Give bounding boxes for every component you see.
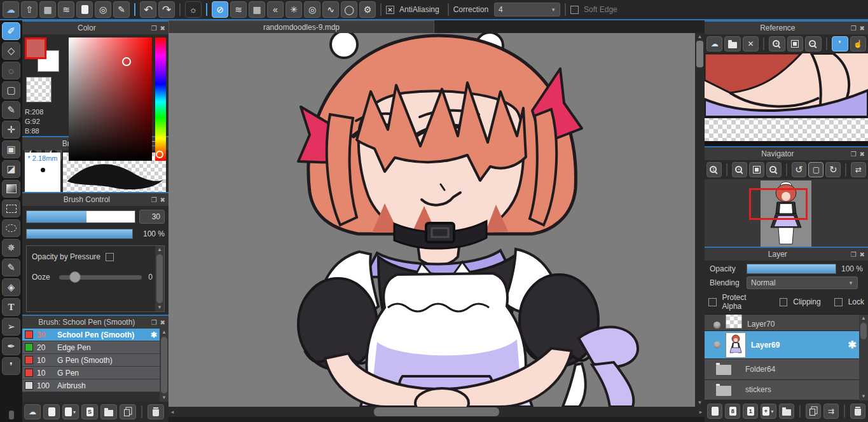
add-1bit-layer-button[interactable]: 1 xyxy=(743,404,758,419)
brush-deco-ring-button[interactable]: ◯ xyxy=(341,1,357,18)
close-icon[interactable]: ✖ xyxy=(160,319,165,326)
eyedropper-tool[interactable]: ❜ xyxy=(2,357,20,375)
navigator-fit-button[interactable] xyxy=(749,162,764,177)
antialiasing-checkbox[interactable]: ✕ xyxy=(386,6,394,14)
merge-layer-button[interactable]: ⇉ xyxy=(823,404,839,419)
canvas-vertical-scrollbar[interactable]: ▲ ▼ xyxy=(695,33,705,407)
add-script-brush-button[interactable]: S xyxy=(81,404,98,419)
reference-cloud-button[interactable]: ☁ xyxy=(706,36,722,51)
close-icon[interactable]: ✖ xyxy=(160,25,165,32)
popout-icon[interactable]: ❐ xyxy=(151,319,157,326)
close-icon[interactable]: ✖ xyxy=(860,151,865,158)
navigator-zoom-in-button[interactable]: + xyxy=(732,162,747,177)
vertical-scroll-thumb[interactable] xyxy=(696,41,703,67)
tool-column-scrollbar[interactable] xyxy=(9,411,14,419)
brush-row-g-pen-smooth[interactable]: 10 G Pen (Smooth) xyxy=(22,354,160,367)
brush-row-school-pen-smooth[interactable]: 30 School Pen (Smooth) ✱ xyxy=(22,329,160,341)
shape-rect-tool[interactable]: ▢ xyxy=(2,81,20,99)
brush-row-edge-pen[interactable]: 20 Edge Pen xyxy=(22,341,160,354)
add-brush-menu-button[interactable]: ▼ xyxy=(62,404,79,419)
layer-list-scrollbar[interactable]: ▲ ▼ xyxy=(859,315,868,400)
layer-row-folder64[interactable]: Folder64 xyxy=(705,359,859,380)
brush-control-scrollbar[interactable]: ▲ ▼ xyxy=(155,246,164,311)
magic-wand-tool[interactable]: ✵ xyxy=(2,239,20,257)
clipping-checkbox[interactable] xyxy=(780,298,788,306)
popout-icon[interactable]: ❐ xyxy=(851,25,857,32)
brush-list-scrollbar[interactable]: ▲ ▼ xyxy=(160,329,169,402)
layer-row-layer69[interactable]: Layer69 ✱ xyxy=(705,331,859,359)
brush-folder-button[interactable] xyxy=(100,404,117,419)
comment-button[interactable]: ▦ xyxy=(39,1,56,18)
redo-button[interactable]: ↷ xyxy=(158,1,175,18)
brush-deco-converge-button[interactable]: « xyxy=(267,1,284,18)
add-layer-folder-button[interactable] xyxy=(779,404,794,419)
reference-clear-button[interactable]: ✕ xyxy=(743,36,759,51)
canvas-horizontal-scrollbar[interactable]: ◂ ▸ xyxy=(169,407,705,417)
eraser-lasso-tool[interactable]: ◌ xyxy=(2,62,20,79)
navigator-view[interactable] xyxy=(705,179,868,247)
brush-cloud-button[interactable]: ☁ xyxy=(24,404,41,419)
hue-slider[interactable] xyxy=(155,37,166,161)
brush-deco-radial-button[interactable]: ✳ xyxy=(286,1,302,18)
brush-size-value[interactable]: 30 xyxy=(139,210,165,224)
brush-deco-settings-button[interactable]: ⚙ xyxy=(359,1,376,18)
soft-edge-checkbox[interactable] xyxy=(570,6,579,14)
navigator-flip-button[interactable]: ⇄ xyxy=(851,162,866,177)
drawing-canvas[interactable] xyxy=(169,33,695,407)
close-icon[interactable]: ✖ xyxy=(860,251,865,258)
export-button[interactable]: ⇧ xyxy=(21,1,38,18)
correction-dropdown[interactable]: 4 ▼ xyxy=(494,3,560,17)
lock-checkbox[interactable] xyxy=(834,298,843,306)
pen-tool[interactable]: ✒ xyxy=(2,337,20,355)
sv-marker[interactable] xyxy=(122,57,131,66)
scroll-down-icon[interactable]: ▼ xyxy=(162,394,167,402)
move-tool[interactable]: ✛ xyxy=(2,121,20,139)
brush-deco-crosshatch-button[interactable]: ▦ xyxy=(249,1,265,18)
transparent-color-swatch[interactable] xyxy=(26,77,52,102)
layer-visibility-icon[interactable] xyxy=(713,341,720,348)
popout-icon[interactable]: ❐ xyxy=(151,196,157,203)
cloud-sync-button[interactable]: ☁ xyxy=(3,1,19,18)
brush-row-airbrush[interactable]: 100 Airbrush xyxy=(22,379,160,392)
navigator-rotate-left-button[interactable]: ↺ xyxy=(792,162,807,177)
brush-deco-concentric-button[interactable]: ◎ xyxy=(304,1,320,18)
add-8bit-layer-button[interactable]: 8 xyxy=(725,404,740,419)
brush-deco-none-button[interactable]: ⊘ xyxy=(212,1,228,18)
brush-settings-icon[interactable]: ✱ xyxy=(151,330,157,339)
layer-row-layer70[interactable]: Layer70 xyxy=(705,315,859,331)
duplicate-brush-button[interactable] xyxy=(120,404,136,419)
hue-marker[interactable] xyxy=(156,151,163,158)
reference-zoom-in-button[interactable]: + xyxy=(769,36,785,51)
scroll-down-icon[interactable]: ▼ xyxy=(861,393,866,400)
navigator-viewport-rect[interactable] xyxy=(749,188,808,220)
delete-layer-button[interactable] xyxy=(850,404,865,419)
document-tab[interactable]: randomdoodles-9.mdp xyxy=(169,20,434,33)
reference-zoom-out-button[interactable]: − xyxy=(805,36,821,51)
close-icon[interactable]: ✖ xyxy=(860,25,865,32)
brush-opacity-slider[interactable] xyxy=(26,229,133,239)
select-eraser-tool[interactable]: ◈ xyxy=(2,278,20,296)
undo-button[interactable]: ↶ xyxy=(140,1,156,18)
popout-icon[interactable]: ❐ xyxy=(851,151,857,158)
foreground-color-swatch[interactable] xyxy=(25,37,46,59)
saturation-value-picker[interactable] xyxy=(69,37,152,161)
reference-eyedropper-button[interactable]: ❜ xyxy=(832,36,848,51)
gradient-tool[interactable] xyxy=(2,180,20,198)
bucket-tool[interactable]: ◪ xyxy=(2,160,20,178)
scroll-up-icon[interactable]: ▲ xyxy=(162,329,167,336)
layer-settings-icon[interactable]: ✱ xyxy=(848,339,857,351)
scroll-down-icon[interactable]: ▼ xyxy=(157,304,162,311)
reference-open-button[interactable] xyxy=(724,36,740,51)
navigator-zoom-out-button[interactable]: − xyxy=(766,162,782,177)
scroll-left-icon[interactable]: ◂ xyxy=(169,409,176,415)
navigator-rotate-reset-button[interactable]: ▢ xyxy=(808,162,823,177)
select-rect-tool[interactable] xyxy=(2,200,20,217)
opacity-by-pressure-checkbox[interactable] xyxy=(106,253,114,261)
close-icon[interactable]: ✖ xyxy=(160,196,165,203)
layer-blending-dropdown[interactable]: Normal ▼ xyxy=(747,276,858,289)
scroll-right-icon[interactable]: ▸ xyxy=(697,409,705,415)
layer-visibility-icon[interactable] xyxy=(713,322,720,329)
polyline-tool[interactable]: ✎ xyxy=(2,101,20,119)
message-button[interactable]: ≋ xyxy=(58,1,74,18)
brush-size-slider[interactable] xyxy=(26,210,135,223)
